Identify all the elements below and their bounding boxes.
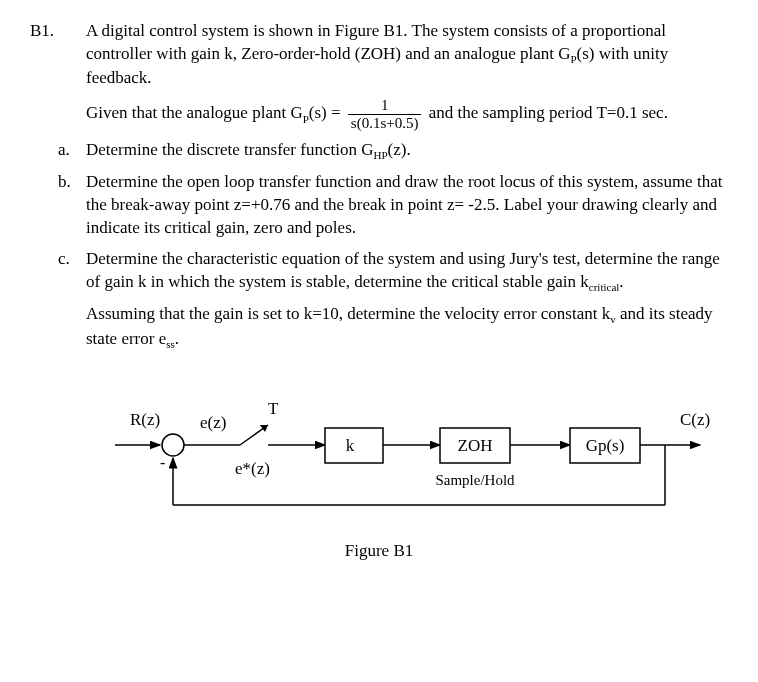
part-c-t2-tail: . <box>175 329 179 348</box>
fraction: 1s(0.1s+0.5) <box>348 98 422 131</box>
question-number: B1. <box>30 20 86 43</box>
intro-p2-mid: (s) = <box>309 104 345 123</box>
intro-para-1: A digital control system is shown in Fig… <box>86 20 728 90</box>
part-c-label: c. <box>58 248 86 271</box>
block-diagram-svg: R(z) - e(z) T e*(z) k ZOH Sample/Hold <box>90 390 710 530</box>
question-header: B1. A digital control system is shown in… <box>30 20 728 90</box>
part-b: b. Determine the open loop transfer func… <box>58 171 728 240</box>
fraction-num: 1 <box>348 98 422 115</box>
part-b-label: b. <box>58 171 86 194</box>
part-c-text2: Assuming that the gain is set to k=10, d… <box>86 303 728 351</box>
part-c-t1-lead: Determine the characteristic equation of… <box>86 249 720 291</box>
label-R: R(z) <box>130 410 160 429</box>
fraction-den: s(0.1s+0.5) <box>348 115 422 131</box>
part-c-t1-tail: . <box>619 272 623 291</box>
label-T: T <box>268 399 279 418</box>
part-c-t2-sub2: ss <box>166 338 175 350</box>
part-a-text: Determine the discrete transfer function… <box>86 139 728 163</box>
label-e: e(z) <box>200 413 226 432</box>
part-a-sub: HP <box>373 150 387 162</box>
label-gp: Gp(s) <box>586 436 625 455</box>
intro-para-2: Given that the analogue plant GP(s) = 1s… <box>86 98 728 131</box>
intro-p2-lead: Given that the analogue plant G <box>86 104 303 123</box>
part-c-t2-lead: Assuming that the gain is set to k=10, d… <box>86 304 610 323</box>
label-C: C(z) <box>680 410 710 429</box>
summing-junction <box>162 434 184 456</box>
part-b-text: Determine the open loop transfer functio… <box>86 171 728 240</box>
intro-p2-tail: and the sampling period T=0.1 sec. <box>424 104 667 123</box>
minus-sign: - <box>160 454 165 471</box>
figure-b1: R(z) - e(z) T e*(z) k ZOH Sample/Hold <box>90 390 728 563</box>
label-zoh: ZOH <box>458 436 493 455</box>
part-c-t1-sub: critical <box>589 281 620 293</box>
label-estar: e*(z) <box>235 459 270 478</box>
part-a-lead: Determine the discrete transfer function… <box>86 140 373 159</box>
part-a-tail: (z). <box>388 140 411 159</box>
part-a-label: a. <box>58 139 86 162</box>
label-sample-hold: Sample/Hold <box>435 472 515 488</box>
part-c-text1: Determine the characteristic equation of… <box>86 248 728 295</box>
part-c: c. Determine the characteristic equation… <box>58 248 728 360</box>
svg-marker-3 <box>260 425 268 432</box>
figure-caption: Figure B1 <box>30 540 728 563</box>
label-k: k <box>346 436 355 455</box>
part-a: a. Determine the discrete transfer funct… <box>58 139 728 163</box>
